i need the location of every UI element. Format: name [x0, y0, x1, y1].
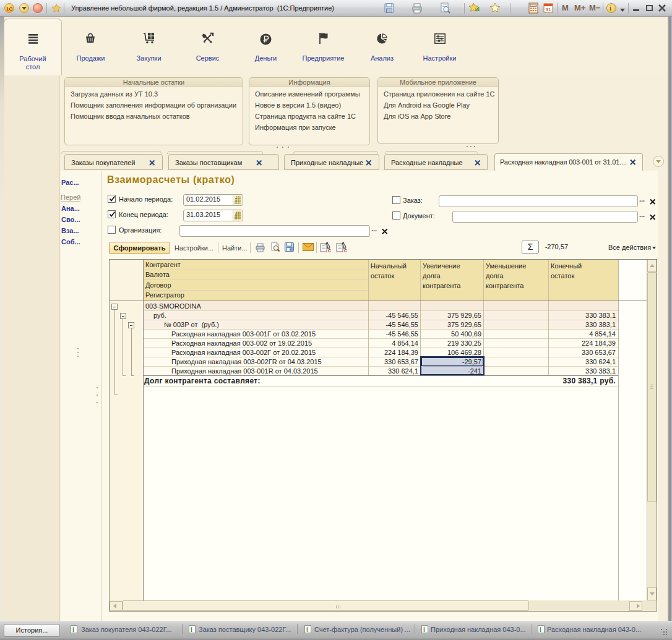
svg-text:C: C — [344, 249, 347, 253]
svg-text:31: 31 — [546, 7, 551, 12]
svg-text:C: C — [328, 249, 331, 253]
